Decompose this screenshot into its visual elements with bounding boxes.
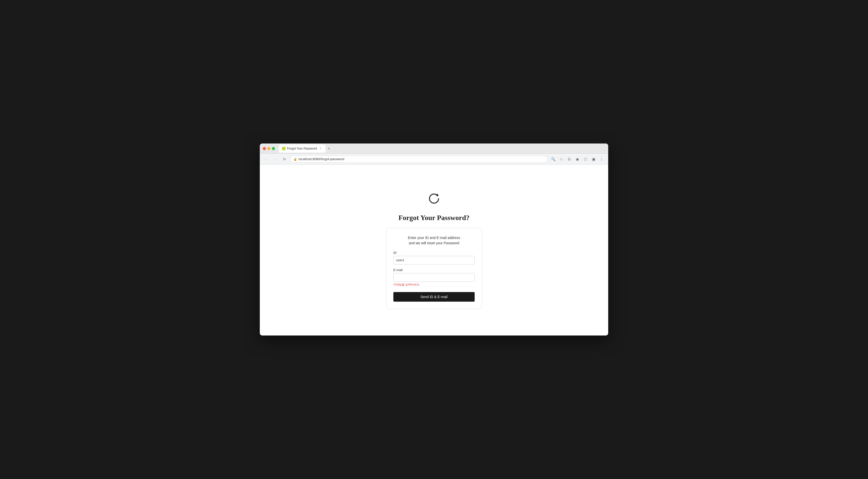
id-field-group: ID <box>393 251 475 265</box>
reload-button[interactable]: ↻ <box>281 156 288 163</box>
refresh-icon <box>427 191 441 209</box>
reload-icon: ↻ <box>283 157 286 161</box>
form-description-line1: Enter your ID and E-mail address <box>408 236 460 240</box>
maximize-button[interactable] <box>272 147 275 150</box>
forward-button[interactable]: → <box>272 156 279 163</box>
tab-bar: Forgot Your Password × + <box>279 145 605 153</box>
submit-button[interactable]: Send ID & E-mail <box>393 292 475 302</box>
extension-icon: ⬡ <box>584 157 587 161</box>
form-description: Enter your ID and E-mail address and we … <box>393 235 475 246</box>
email-field-group: E-mail 이메일을 입력하세요. <box>393 268 475 287</box>
address-bar[interactable]: 🔒 localhost:8080/forgot-password <box>290 156 548 163</box>
title-bar: Forgot Your Password × + <box>260 144 608 154</box>
translate-button[interactable]: G <box>566 156 573 163</box>
email-input[interactable] <box>393 273 475 282</box>
media-icon: ▣ <box>592 157 595 161</box>
back-button[interactable]: ← <box>263 156 270 163</box>
browser-window: Forgot Your Password × + ← → ↻ 🔒 localho… <box>260 144 608 335</box>
email-error: 이메일을 입력하세요. <box>393 283 475 287</box>
tab-title: Forgot Your Password <box>287 147 317 150</box>
extension-button[interactable]: ⬡ <box>582 156 589 163</box>
traffic-lights <box>263 147 275 150</box>
bookmark-icon: ☆ <box>560 157 563 161</box>
menu-icon: ⋮ <box>600 157 603 161</box>
id-input[interactable] <box>393 256 475 265</box>
new-tab-button[interactable]: + <box>326 145 333 152</box>
address-text: localhost:8080/forgot-password <box>299 157 544 161</box>
translate-icon: G <box>568 157 571 161</box>
profile-icon: ◉ <box>576 157 579 161</box>
media-button[interactable]: ▣ <box>590 156 597 163</box>
form-description-line2: and we will reset your Password <box>409 241 459 245</box>
back-icon: ← <box>265 157 268 161</box>
active-tab[interactable]: Forgot Your Password × <box>279 145 326 153</box>
minimize-button[interactable] <box>267 147 270 150</box>
nav-bar: ← → ↻ 🔒 localhost:8080/forgot-password 🔍… <box>260 154 608 165</box>
nav-actions: 🔍 ☆ G ◉ ⬡ ▣ ⋮ <box>550 156 605 163</box>
form-card: Enter your ID and E-mail address and we … <box>386 228 482 309</box>
menu-button[interactable]: ⋮ <box>598 156 605 163</box>
email-label: E-mail <box>393 268 475 272</box>
page-content: Forgot Your Password? Enter your ID and … <box>260 165 608 335</box>
profile-button[interactable]: ◉ <box>574 156 581 163</box>
id-label: ID <box>393 251 475 255</box>
close-button[interactable] <box>263 147 266 150</box>
tab-close-button[interactable]: × <box>318 147 322 151</box>
search-icon: 🔍 <box>551 157 555 161</box>
lock-icon: 🔒 <box>293 157 297 161</box>
search-button[interactable]: 🔍 <box>550 156 557 163</box>
forward-icon: → <box>274 157 277 161</box>
page-title: Forgot Your Password? <box>398 214 470 222</box>
bookmark-button[interactable]: ☆ <box>558 156 565 163</box>
tab-favicon <box>282 147 285 150</box>
